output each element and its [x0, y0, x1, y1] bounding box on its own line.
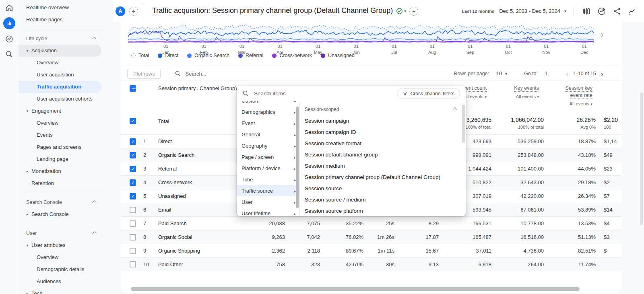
date-range-value[interactable]: Dec 5, 2023 - Dec 5, 2024 [499, 8, 560, 14]
picker-category[interactable]: Page / screen [237, 151, 299, 162]
page-title[interactable]: Traffic acquisition: Session primary cha… [152, 6, 393, 16]
report-status-badge[interactable] [396, 8, 406, 14]
picker-category[interactable]: Event [237, 117, 299, 129]
row-checkbox[interactable] [130, 261, 136, 267]
picker-category[interactable]: Platform / device [237, 162, 299, 174]
legend-item[interactable]: Cross-network [272, 53, 312, 58]
row-checkbox[interactable] [130, 220, 136, 227]
sidebar-item[interactable]: User acquisition cohorts [19, 93, 101, 105]
dimension-header[interactable]: Session primary...Channel Group) [158, 85, 250, 91]
reports-nav-button[interactable] [0, 15, 18, 31]
row-checkbox[interactable] [130, 179, 136, 186]
sidebar-item[interactable]: Life cycle [19, 33, 101, 45]
next-page-button[interactable] [599, 70, 605, 78]
sidebar-item[interactable]: Search Console [19, 208, 101, 220]
picker-search-input[interactable] [254, 90, 392, 97]
row-checkbox[interactable] [130, 138, 136, 145]
date-range-caret-icon[interactable] [564, 9, 566, 13]
picker-category[interactable]: User [237, 196, 299, 208]
insights-icon[interactable] [597, 7, 606, 16]
picker-scope-item[interactable]: Session campaign ID [300, 126, 466, 138]
row-checkbox[interactable] [130, 234, 136, 241]
picker-scope-item[interactable]: Session medium [300, 160, 466, 171]
legend-item[interactable]: Unassigned [321, 53, 355, 58]
scope-scrollbar-thumb[interactable] [462, 105, 465, 143]
picker-scope-item[interactable]: Session primary channel group (Default C… [300, 171, 466, 183]
skr-filter[interactable]: All events [545, 101, 592, 106]
sidebar-item[interactable]: Audiences [19, 275, 101, 288]
picker-category[interactable]: Traffic source [237, 185, 299, 196]
sidebar-item[interactable]: Engagement [19, 105, 101, 117]
sidebar-item[interactable]: User [19, 227, 101, 239]
picker-category[interactable]: User lifetime [237, 208, 299, 216]
sidebar-item[interactable]: Realtime overview [19, 2, 101, 14]
sidebar-item[interactable]: Events [19, 129, 101, 141]
select-all-checkbox[interactable] [130, 85, 136, 92]
goto-page-input[interactable]: 1 [541, 71, 552, 76]
sidebar-item[interactable]: Retention [19, 177, 101, 189]
sidebar-item[interactable]: Overview [19, 117, 101, 129]
row-checkbox[interactable] [130, 193, 136, 199]
sidebar-item[interactable]: Overview [19, 57, 101, 69]
sidebar-item[interactable]: Demographic details [19, 263, 101, 275]
key-events-filter[interactable]: All events [492, 94, 539, 99]
skr-header-line2[interactable]: event rate [570, 93, 592, 99]
add-comparison-button[interactable] [129, 7, 138, 16]
picker-scope-item[interactable]: Session source platform [300, 205, 466, 216]
skr-header-line1[interactable]: Session key [566, 85, 592, 92]
cross-channel-filters-chip[interactable]: Cross-channel filters [397, 88, 460, 99]
advertising-nav-button[interactable] [0, 47, 18, 62]
legend-item[interactable]: Direct [158, 53, 178, 58]
picker-scope-item[interactable]: Session default channel group [300, 149, 466, 160]
rows-per-page-select[interactable]: 10 [496, 71, 502, 76]
compare-icon[interactable] [582, 7, 591, 16]
avatar[interactable]: A [116, 6, 125, 16]
key-events-header[interactable]: Key events [514, 85, 539, 92]
total-row-checkbox[interactable] [130, 118, 136, 124]
category-scrollbar-thumb[interactable] [296, 107, 299, 208]
rows-per-page-caret-icon[interactable] [505, 72, 507, 76]
sidebar-item[interactable]: Acquisition [19, 45, 101, 57]
horizontal-scrollbar-thumb[interactable] [131, 287, 580, 291]
row-checkbox[interactable] [130, 166, 136, 172]
picker-scope-item[interactable]: Session campaign [300, 115, 466, 126]
row-checkbox[interactable] [130, 152, 136, 158]
sidebar-item[interactable]: User attributes [19, 239, 101, 251]
collapse-chevron-icon[interactable] [453, 107, 457, 111]
previous-page-button[interactable] [564, 70, 570, 78]
picker-scope-item[interactable]: Session source / medium [300, 194, 466, 205]
picker-category[interactable]: Custom [237, 101, 299, 106]
picker-category[interactable]: Time [237, 174, 299, 185]
legend-item[interactable]: Organic Search [187, 53, 229, 58]
sidebar-item[interactable]: User acquisition [19, 69, 101, 81]
legend-item[interactable]: Referral [238, 53, 263, 58]
home-nav-button[interactable] [0, 0, 18, 15]
plot-rows-button[interactable]: Plot rows [127, 69, 161, 79]
picker-scope-item[interactable]: Session source [300, 183, 466, 194]
sidebar-item[interactable]: Overview [19, 251, 101, 263]
sidebar-item[interactable]: Monetization [19, 165, 101, 177]
add-report-button[interactable] [409, 7, 418, 16]
picker-category[interactable]: General [237, 129, 299, 140]
legend-marker-icon [321, 53, 325, 58]
sidebar-item[interactable] [25, 224, 106, 224]
legend-item[interactable]: Total [131, 53, 149, 58]
sidebar-item[interactable]: Realtime pages [19, 14, 101, 26]
picker-scope-item[interactable]: Session creative format [300, 138, 466, 149]
sidebar-item[interactable]: Landing page [19, 153, 101, 165]
picker-category[interactable]: Geography [237, 140, 299, 151]
share-icon[interactable] [613, 7, 621, 16]
picker-category[interactable]: Demographics [237, 106, 299, 117]
row-checkbox[interactable] [130, 248, 136, 254]
row-checkbox[interactable] [130, 207, 136, 213]
customize-report-icon[interactable] [628, 7, 637, 16]
sidebar-item[interactable]: Traffic acquisition [19, 81, 101, 93]
sidebar-item[interactable]: Search Console [19, 196, 101, 208]
sidebar-item[interactable]: Pages and screens [19, 141, 101, 153]
explore-nav-button[interactable] [0, 31, 18, 47]
sidebar-item[interactable] [25, 193, 106, 193]
sidebar-item[interactable] [25, 29, 106, 29]
page-scrollbar-thumb[interactable] [640, 93, 643, 225]
table-search-input[interactable] [185, 71, 306, 77]
sidebar-item[interactable]: Tech [19, 288, 101, 294]
